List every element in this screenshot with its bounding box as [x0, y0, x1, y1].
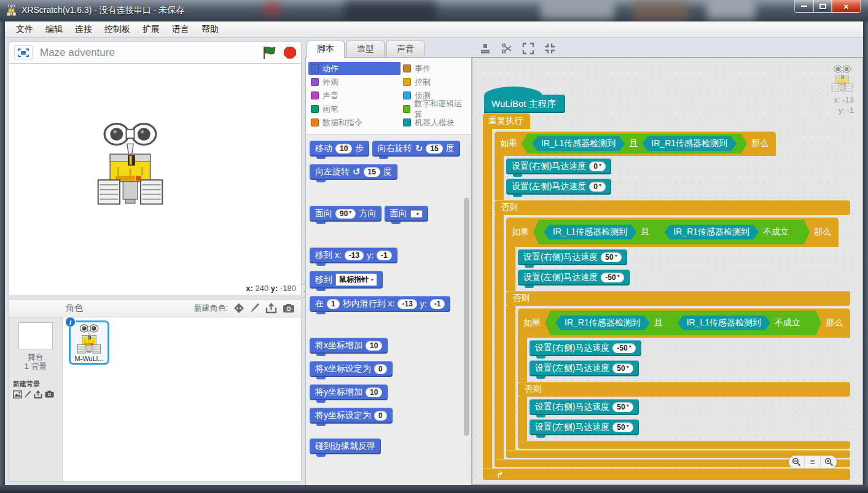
- hat-block-wulibot-main[interactable]: WuLiBot 主程序: [484, 95, 565, 113]
- zoom-out-button[interactable]: [789, 456, 805, 468]
- direction-dropdown[interactable]: 90▾: [335, 209, 356, 219]
- menu-board[interactable]: 控制板: [98, 22, 136, 37]
- sprite-tile-mwulibot[interactable]: i M-WuLi...: [69, 320, 109, 365]
- block-turn-right[interactable]: 向右旋转 ↻ 15 度: [372, 141, 460, 157]
- category-motion[interactable]: 动作: [308, 62, 401, 75]
- block-set-x[interactable]: 将x坐标设定为 0: [310, 361, 393, 377]
- category-looks[interactable]: 外观: [308, 76, 401, 88]
- set-left-motor-block[interactable]: 设置(左侧)马达速度 -50▾: [518, 270, 630, 285]
- block-change-y[interactable]: 将y坐标增加 10: [310, 384, 388, 400]
- value-input[interactable]: 10: [366, 341, 382, 351]
- value-input[interactable]: 15: [364, 167, 380, 177]
- sprite-info-button[interactable]: i: [65, 317, 76, 327]
- script-stack[interactable]: WuLiBot 主程序 重复执行 如果: [483, 95, 850, 480]
- menu-extensions[interactable]: 扩展: [136, 22, 166, 37]
- if-else-block-1[interactable]: 如果 IR_L1传感器检测到 且 IR_R1传感器检测到 那么: [495, 131, 850, 467]
- stamp-icon[interactable]: [479, 42, 491, 55]
- and-operator[interactable]: IR_L1传感器检测到 且 IR_R1传感器检测到: [522, 134, 747, 153]
- category-control[interactable]: 控制: [401, 76, 469, 88]
- stage-thumbnail[interactable]: [18, 322, 53, 349]
- seconds-input[interactable]: 1: [327, 299, 340, 309]
- menu-connect[interactable]: 连接: [69, 22, 98, 37]
- upload-sprite-icon[interactable]: [265, 303, 277, 314]
- block-set-y[interactable]: 将y坐标设定为 0: [310, 408, 393, 424]
- x-input[interactable]: -13: [397, 299, 416, 309]
- set-left-motor-block[interactable]: 设置(左侧)马达速度 50▾: [530, 419, 639, 435]
- close-button[interactable]: ×: [832, 0, 861, 13]
- palette-scrollbar[interactable]: [464, 198, 469, 436]
- shrink-icon[interactable]: [544, 42, 556, 55]
- block-point-towards[interactable]: 面向 ▾: [385, 206, 428, 222]
- not-operator[interactable]: IR_L1传感器检测到 不成立: [667, 313, 811, 333]
- value-input[interactable]: 10: [366, 387, 382, 397]
- grow-icon[interactable]: [522, 42, 534, 55]
- menu-file[interactable]: 文件: [10, 22, 39, 37]
- stop-button[interactable]: [284, 47, 296, 59]
- sensor-ir-l1[interactable]: IR_L1传感器检测到: [544, 225, 636, 239]
- target-dropdown[interactable]: ▾: [410, 210, 423, 218]
- paint-backdrop-icon[interactable]: [25, 390, 31, 398]
- fullscreen-button[interactable]: [14, 45, 33, 60]
- tab-sounds[interactable]: 声音: [386, 40, 424, 58]
- category-data[interactable]: 数据和指令: [308, 116, 401, 129]
- sensor-ir-r1[interactable]: IR_R1传感器检测到: [642, 136, 737, 151]
- set-right-motor-block[interactable]: 设置(右侧)马达速度 50▾: [518, 249, 627, 265]
- speed-dropdown[interactable]: 0▾: [589, 161, 606, 171]
- value-input[interactable]: 15: [426, 144, 442, 153]
- sensor-ir-l1[interactable]: IR_L1传感器检测到: [532, 136, 625, 151]
- block-change-x[interactable]: 将x坐标增加 10: [310, 338, 388, 354]
- and-operator[interactable]: IR_L1传感器检测到 且 IR_R1传感器检测到 不成立: [533, 220, 810, 244]
- block-turn-left[interactable]: 向左旋转 ↺ 15 度: [310, 164, 397, 180]
- value-input[interactable]: 0: [374, 364, 387, 374]
- script-canvas[interactable]: x: -13 y: -1 WuLiBot 主程序 重复执行: [472, 57, 863, 485]
- value-input[interactable]: 10: [335, 144, 352, 153]
- block-move[interactable]: 移动 10 步: [310, 141, 369, 157]
- x-input[interactable]: -13: [345, 250, 364, 260]
- category-events[interactable]: 事件: [401, 62, 469, 75]
- set-right-motor-block[interactable]: 设置(右侧)马达速度 50▾: [530, 399, 639, 415]
- zoom-reset-button[interactable]: =: [805, 456, 821, 468]
- zoom-in-button[interactable]: [821, 456, 837, 468]
- speed-dropdown[interactable]: 50▾: [612, 402, 633, 412]
- new-sprite-library-icon[interactable]: [233, 303, 244, 314]
- camera-sprite-icon[interactable]: [283, 303, 295, 313]
- set-right-motor-block[interactable]: 设置(右侧)马达速度 0▾: [506, 158, 611, 174]
- paint-new-sprite-icon[interactable]: [250, 303, 260, 314]
- maximize-button[interactable]: [813, 0, 832, 13]
- set-left-motor-block[interactable]: 设置(左侧)马达速度 50▾: [530, 360, 639, 376]
- forever-block[interactable]: 重复执行 如果 IR_L1传感器检测到: [483, 113, 850, 480]
- menu-edit[interactable]: 编辑: [39, 22, 69, 37]
- block-goto-xy[interactable]: 移到 x: -13 y: -1: [310, 247, 397, 263]
- category-robot[interactable]: 机器人模块: [401, 116, 469, 129]
- y-input[interactable]: -1: [430, 299, 445, 309]
- block-glide[interactable]: 在 1 秒内滑行到 x: -13 y: -1: [310, 296, 450, 312]
- if-else-block-2[interactable]: 如果 IR_L1传感器检测到 且 IR_R1传感器检测到: [506, 217, 850, 458]
- goto-target-dropdown[interactable]: 鼠标指针▾: [335, 273, 377, 286]
- upload-backdrop-icon[interactable]: [34, 390, 42, 398]
- speed-dropdown[interactable]: -50▾: [612, 343, 635, 353]
- scissors-icon[interactable]: [501, 42, 513, 55]
- speed-dropdown[interactable]: -50▾: [601, 273, 624, 282]
- stage-sprite-robot[interactable]: [94, 122, 166, 206]
- backdrop-library-icon[interactable]: [13, 390, 22, 398]
- sensor-ir-r1[interactable]: IR_R1传感器检测到: [664, 225, 759, 239]
- set-left-motor-block[interactable]: 设置(左侧)马达速度 0▾: [506, 179, 611, 195]
- block-point-direction[interactable]: 面向 90▾ 方向: [310, 206, 381, 222]
- camera-backdrop-icon[interactable]: [45, 390, 54, 398]
- category-pen[interactable]: 画笔: [308, 103, 401, 115]
- menu-help[interactable]: 帮助: [195, 22, 225, 37]
- menu-language[interactable]: 语言: [166, 22, 195, 37]
- set-right-motor-block[interactable]: 设置(右侧)马达速度 -50▾: [530, 340, 641, 356]
- if-else-block-3[interactable]: 如果 IR_R1传感器检测到 且 IR_L1传感器检测到: [518, 308, 850, 449]
- y-input[interactable]: -1: [377, 250, 392, 260]
- speed-dropdown[interactable]: 0▾: [589, 182, 606, 192]
- tab-costumes[interactable]: 造型: [346, 40, 385, 58]
- block-goto-mouse[interactable]: 移到 鼠标指针▾: [310, 271, 383, 289]
- and-operator[interactable]: IR_R1传感器检测到 且 IR_L1传感器检测到 不成立: [545, 311, 821, 335]
- tab-scripts[interactable]: 脚本: [307, 40, 345, 58]
- speed-dropdown[interactable]: 50▾: [601, 252, 621, 262]
- speed-dropdown[interactable]: 50▾: [612, 422, 633, 432]
- category-operators[interactable]: 数字和逻辑运算: [401, 103, 469, 115]
- minimize-button[interactable]: [794, 0, 813, 13]
- green-flag-button[interactable]: [262, 46, 278, 60]
